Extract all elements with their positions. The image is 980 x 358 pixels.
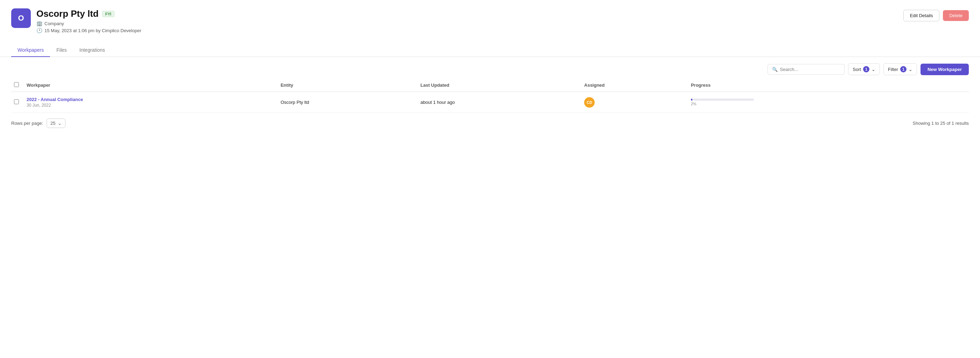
new-workpaper-button[interactable]: New Workpaper [921, 63, 969, 75]
progress-bar-fill [691, 98, 692, 101]
fyi-badge: FYI [102, 11, 115, 17]
col-entity: Entity [278, 79, 418, 92]
assigned-cell: CD [581, 92, 688, 113]
row-checkbox[interactable] [14, 99, 19, 104]
filter-label: Filter [888, 67, 898, 72]
entity-type-row: 🏢 Company [37, 21, 142, 26]
progress-bar-wrap: 2% [691, 98, 754, 106]
header-left: O Oscorp Pty ltd FYI 🏢 Company 🕐 15 May,… [11, 8, 142, 33]
table-header-row: Workpaper Entity Last Updated Assigned P… [11, 79, 969, 92]
col-assigned: Assigned [581, 79, 688, 92]
sort-count: 1 [863, 66, 869, 72]
company-name: Oscorp Pty ltd [37, 8, 99, 19]
last-updated-cell: about 1 hour ago [418, 92, 581, 113]
company-avatar: O [11, 8, 31, 28]
page-header: O Oscorp Pty ltd FYI 🏢 Company 🕐 15 May,… [0, 0, 980, 33]
entity-type: Company [45, 21, 64, 26]
search-input[interactable] [780, 67, 840, 72]
table-row: 2022 - Annual Compliance 30 Jun, 2022 Os… [11, 92, 969, 113]
workpaper-name-cell: 2022 - Annual Compliance 30 Jun, 2022 [24, 92, 278, 113]
edit-details-button[interactable]: Edit Details [904, 10, 940, 21]
select-all-checkbox[interactable] [14, 82, 19, 87]
sort-button[interactable]: Sort 1 ⌄ [848, 63, 880, 75]
progress-bar-bg [691, 98, 754, 101]
progress-label: 2% [691, 102, 754, 106]
progress-cell: 2% [688, 92, 969, 113]
entity-cell: Oscorp Pty ltd [278, 92, 418, 113]
toolbar: 🔍 Sort 1 ⌄ Filter 1 ⌄ New Workpaper [0, 57, 980, 79]
table-footer: Rows per page: 25 ⌄ Showing 1 to 25 of 1… [0, 113, 980, 133]
clock-icon: 🕐 [37, 28, 42, 33]
header-title-row: Oscorp Pty ltd FYI [37, 8, 142, 19]
sort-chevron-icon: ⌄ [872, 67, 875, 72]
rows-per-page-select[interactable]: 25 ⌄ [46, 119, 65, 128]
tab-files[interactable]: Files [50, 44, 73, 57]
last-modified-row: 🕐 15 May, 2023 at 1:06 pm by Cimplico De… [37, 28, 142, 33]
workpapers-table: Workpaper Entity Last Updated Assigned P… [11, 79, 969, 113]
header-buttons: Edit Details Delete [904, 8, 969, 21]
rows-per-page-control: Rows per page: 25 ⌄ [11, 119, 65, 128]
workpapers-table-wrap: Workpaper Entity Last Updated Assigned P… [0, 79, 980, 113]
col-workpaper: Workpaper [24, 79, 278, 92]
showing-results-text: Showing 1 to 25 of 1 results [913, 120, 969, 126]
tab-integrations[interactable]: Integrations [73, 44, 111, 57]
tabs-bar: Workpapers Files Integrations [0, 37, 980, 57]
sort-label: Sort [853, 67, 861, 72]
filter-button[interactable]: Filter 1 ⌄ [883, 63, 917, 75]
building-icon: 🏢 [37, 21, 42, 26]
header-info: Oscorp Pty ltd FYI 🏢 Company 🕐 15 May, 2… [37, 8, 142, 33]
search-box[interactable]: 🔍 [768, 64, 845, 75]
rows-chevron-icon: ⌄ [58, 120, 62, 126]
assigned-avatar: CD [584, 97, 595, 108]
row-checkbox-cell [11, 92, 24, 113]
delete-button[interactable]: Delete [943, 10, 969, 21]
workpaper-date: 30 Jun, 2022 [27, 103, 275, 108]
tab-workpapers[interactable]: Workpapers [11, 44, 50, 57]
filter-chevron-icon: ⌄ [908, 67, 912, 72]
rows-per-page-label: Rows per page: [11, 120, 43, 126]
rows-per-page-value: 25 [50, 120, 55, 126]
header-checkbox-cell [11, 79, 24, 92]
search-icon: 🔍 [772, 67, 778, 72]
col-last-updated: Last Updated [418, 79, 581, 92]
filter-count: 1 [900, 66, 907, 72]
workpaper-link[interactable]: 2022 - Annual Compliance [27, 97, 275, 102]
last-modified-text: 15 May, 2023 at 1:06 pm by Cimplico Deve… [45, 28, 142, 33]
col-progress: Progress [688, 79, 969, 92]
